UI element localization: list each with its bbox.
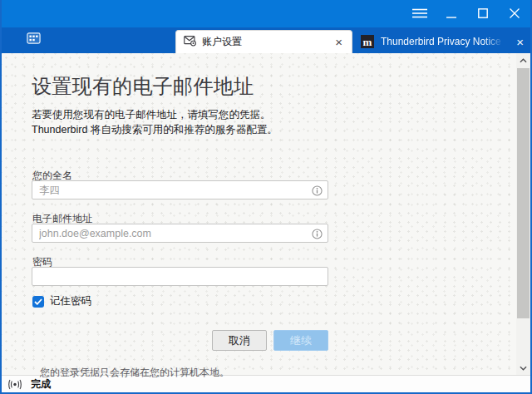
minimize-button[interactable] xyxy=(436,0,467,27)
scroll-up-arrow-icon[interactable] xyxy=(516,54,530,66)
thunderbird-window: 账户设置 × m Thunderbird Privacy Notice — M … xyxy=(0,0,532,394)
minimize-icon xyxy=(446,7,456,22)
fullname-input[interactable] xyxy=(32,180,328,199)
email-input[interactable] xyxy=(32,224,328,243)
scrollbar-thumb[interactable] xyxy=(517,68,530,318)
scroll-down-arrow-icon[interactable] xyxy=(516,362,530,374)
tab-bar: 账户设置 × m Thunderbird Privacy Notice — M … xyxy=(2,27,530,53)
continue-button[interactable]: 继续 xyxy=(273,330,328,351)
credentials-local-note: 您的登录凭据只会存储在您的计算机本地。 xyxy=(40,366,229,380)
email-field-wrap xyxy=(32,224,328,243)
account-settings-envelope-gear-icon xyxy=(184,34,196,50)
tab-privacy-notice[interactable]: m Thunderbird Privacy Notice — M × xyxy=(356,30,530,53)
subtitle-line: 若要使用您现有的电子邮件地址，请填写您的凭据。 xyxy=(32,108,278,123)
password-field-wrap xyxy=(32,267,328,286)
remember-password-row[interactable]: 记住密码 xyxy=(32,294,91,308)
tab-label: 账户设置 xyxy=(202,35,242,49)
close-window-button[interactable] xyxy=(499,0,530,27)
spaces-toolbar-button[interactable] xyxy=(25,32,42,47)
remember-password-label: 记住密码 xyxy=(50,294,91,308)
spaces-grid-icon xyxy=(27,32,41,47)
fullname-field-wrap xyxy=(32,180,328,199)
broadcast-status-icon xyxy=(6,379,24,390)
tab-close-icon[interactable]: × xyxy=(333,36,344,48)
tab-label: Thunderbird Privacy Notice — M xyxy=(381,36,506,47)
cancel-button[interactable]: 取消 xyxy=(212,330,267,351)
hamburger-icon xyxy=(412,7,427,22)
mozilla-m-favicon: m xyxy=(361,35,374,48)
info-circle-icon[interactable] xyxy=(312,228,323,239)
tab-close-icon[interactable]: × xyxy=(515,36,525,48)
maximize-icon xyxy=(478,7,488,22)
page-subtitle: 若要使用您现有的电子邮件地址，请填写您的凭据。 Thunderbird 将自动搜… xyxy=(32,108,278,137)
subtitle-line: Thunderbird 将自动搜索可用的和推荐的服务器配置。 xyxy=(32,123,278,138)
maximize-button[interactable] xyxy=(467,0,499,27)
vertical-scrollbar[interactable] xyxy=(516,53,530,375)
password-input[interactable] xyxy=(32,267,328,286)
remember-password-checkbox[interactable] xyxy=(32,296,44,308)
tab-account-settings[interactable]: 账户设置 × xyxy=(175,30,352,53)
account-setup-page: 设置现有的电子邮件地址 若要使用您现有的电子邮件地址，请填写您的凭据。 Thun… xyxy=(2,53,530,375)
titlebar xyxy=(2,0,530,27)
info-circle-icon[interactable] xyxy=(312,185,323,195)
app-menu-button[interactable] xyxy=(404,0,436,27)
action-buttons: 取消 继续 xyxy=(32,330,328,351)
page-title: 设置现有的电子邮件地址 xyxy=(32,73,254,100)
close-icon xyxy=(510,7,520,22)
